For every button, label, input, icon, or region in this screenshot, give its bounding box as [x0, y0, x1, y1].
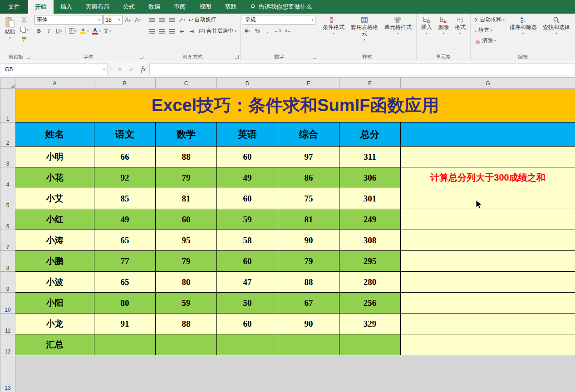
cell-A7[interactable]: 小涛	[15, 230, 94, 251]
column-header-D[interactable]: D	[217, 78, 278, 89]
format-as-table-button[interactable]: 套用表格格式 ▾	[348, 15, 381, 43]
increase-decimal-button[interactable]: ←.0	[273, 26, 282, 35]
header-cell-name[interactable]: 姓名	[15, 122, 94, 147]
row-header-12[interactable]: 12	[0, 334, 15, 355]
cell-D7[interactable]: 58	[217, 230, 278, 251]
font-dialog-launcher[interactable]	[140, 55, 143, 59]
font-color-button[interactable]: A ▾	[91, 26, 102, 35]
enter-button[interactable]: ✓	[126, 64, 138, 75]
row-header-8[interactable]: 8	[0, 251, 15, 272]
cut-button[interactable]	[19, 15, 29, 24]
cell-F3[interactable]: 311	[339, 147, 401, 167]
tab-page-layout[interactable]: 页面布局	[79, 0, 116, 14]
cell-G8[interactable]	[401, 251, 575, 272]
cell-G4-note[interactable]: 计算总分列大于300成绩之和	[401, 167, 575, 188]
column-header-F[interactable]: F	[339, 78, 401, 89]
cell-E12[interactable]	[278, 334, 339, 355]
number-dialog-launcher[interactable]	[313, 55, 316, 59]
header-cell-total[interactable]: 总分	[339, 122, 401, 147]
align-center-button[interactable]	[157, 27, 167, 36]
row-header-11[interactable]: 11	[0, 314, 15, 334]
cell-F8[interactable]: 295	[339, 251, 401, 272]
column-header-E[interactable]: E	[278, 78, 339, 89]
cell-B5[interactable]: 85	[94, 188, 156, 209]
cell-D3[interactable]: 60	[217, 147, 278, 167]
cell-B12[interactable]	[94, 334, 156, 355]
align-left-button[interactable]	[147, 27, 157, 36]
cell-B10[interactable]: 80	[94, 293, 156, 314]
tab-file[interactable]: 文件	[0, 0, 28, 14]
cell-D12[interactable]	[217, 334, 278, 355]
cell-E6[interactable]: 81	[278, 209, 339, 230]
header-cell-english[interactable]: 英语	[217, 122, 278, 147]
cell-A10[interactable]: 小阳	[15, 293, 94, 314]
row-header-1[interactable]: 1	[0, 89, 15, 122]
alignment-dialog-launcher[interactable]	[235, 55, 239, 59]
cell-F7[interactable]: 308	[339, 230, 401, 251]
sheet-title-cell[interactable]: Excel技巧：条件求和SumIF函数应用	[15, 89, 575, 122]
find-select-button[interactable]: 查找和选择 ▾	[541, 15, 572, 36]
row-header-3[interactable]: 3	[0, 147, 15, 167]
column-header-C[interactable]: C	[156, 78, 217, 89]
cancel-button[interactable]: ×	[114, 64, 126, 75]
cell-F4[interactable]: 306	[339, 167, 401, 188]
cell-F9[interactable]: 280	[339, 272, 401, 293]
cell-F10[interactable]: 256	[339, 293, 401, 314]
cell-C3[interactable]: 88	[156, 147, 217, 167]
cell-G10[interactable]	[401, 293, 575, 314]
cell-B6[interactable]: 49	[94, 209, 156, 230]
cell-C11[interactable]: 88	[156, 314, 217, 334]
cell-B4[interactable]: 92	[94, 167, 156, 188]
cell-D11[interactable]: 60	[217, 314, 278, 334]
row-header-4[interactable]: 4	[0, 167, 15, 188]
font-name-select[interactable]: 宋体 ▾	[34, 15, 103, 24]
column-header-G[interactable]: G	[401, 78, 575, 89]
underline-button[interactable]: U ▾	[54, 26, 64, 35]
cell-A4[interactable]: 小花	[15, 167, 94, 188]
cell-G11[interactable]	[401, 314, 575, 334]
cell-E11[interactable]: 90	[278, 314, 339, 334]
cell-A6[interactable]: 小红	[15, 209, 94, 230]
row-header-10[interactable]: 10	[0, 293, 15, 314]
row-header-9[interactable]: 9	[0, 272, 15, 293]
header-cell-G[interactable]	[401, 122, 575, 147]
wrap-text-button[interactable]: ↩ 自动换行	[187, 15, 218, 24]
tab-insert[interactable]: 插入	[54, 0, 79, 14]
cell-F6[interactable]: 249	[339, 209, 401, 230]
cell-F5[interactable]: 301	[339, 188, 401, 209]
formula-input[interactable]	[149, 64, 574, 75]
name-box[interactable]: G5 ▾	[1, 64, 108, 75]
copy-button[interactable]: ▾	[19, 25, 29, 34]
insert-cells-button[interactable]: 插入 ▾	[419, 15, 434, 36]
align-top-button[interactable]	[147, 15, 157, 24]
insert-function-button[interactable]: fx	[138, 64, 149, 75]
cell-E10[interactable]: 67	[278, 293, 339, 314]
increase-indent-button[interactable]: ⇥	[187, 27, 197, 36]
percent-style-button[interactable]: %	[253, 26, 262, 35]
increase-font-size-button[interactable]: A ▴	[123, 15, 133, 24]
accounting-format-button[interactable]: ¥ ▾	[243, 26, 252, 35]
cell-C6[interactable]: 60	[156, 209, 217, 230]
cell-F11[interactable]: 329	[339, 314, 401, 334]
cell-styles-button[interactable]: 单元格样式 ▾	[382, 15, 414, 36]
tab-formulas[interactable]: 公式	[116, 0, 142, 14]
tell-me-box[interactable]: 告诉我你想要做什么	[250, 0, 312, 14]
cell-D10[interactable]: 50	[217, 293, 278, 314]
cell-C10[interactable]: 59	[156, 293, 217, 314]
tab-home[interactable]: 开始	[28, 0, 54, 14]
column-header-A[interactable]: A	[15, 78, 94, 89]
tab-view[interactable]: 视图	[192, 0, 218, 14]
font-size-select[interactable]: 18 ▾	[103, 15, 123, 24]
decrease-indent-button[interactable]: ⇤	[177, 27, 187, 36]
cell-B7[interactable]: 65	[94, 230, 156, 251]
tab-review[interactable]: 审阅	[167, 0, 192, 14]
cell-A8[interactable]: 小鹏	[15, 251, 94, 272]
fill-color-button[interactable]: ▾	[79, 26, 90, 35]
cell-B3[interactable]: 66	[94, 147, 156, 167]
cell-C7[interactable]: 95	[156, 230, 217, 251]
delete-cells-button[interactable]: 删除 ▾	[436, 15, 451, 36]
cell-E9[interactable]: 88	[278, 272, 339, 293]
header-cell-chinese[interactable]: 语文	[94, 122, 156, 147]
cell-C5[interactable]: 81	[156, 188, 217, 209]
decrease-decimal-button[interactable]: .0→	[283, 26, 292, 35]
